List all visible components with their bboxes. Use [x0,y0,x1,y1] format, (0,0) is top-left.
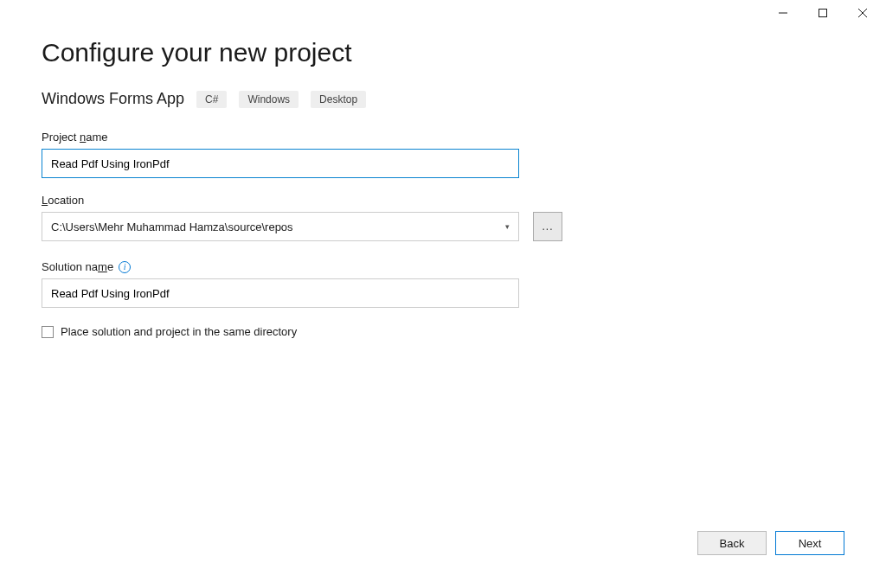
next-button[interactable]: Next [775,531,844,555]
info-icon[interactable]: i [119,261,131,273]
template-summary: Windows Forms App C# Windows Desktop [42,90,844,108]
minimize-icon [778,8,788,18]
tag-desktop: Desktop [311,91,366,108]
page-title: Configure your new project [42,38,844,67]
browse-button[interactable]: ... [533,212,562,241]
back-button[interactable]: Back [697,531,767,555]
project-name-label: Project name [42,131,844,144]
template-name: Windows Forms App [42,90,184,108]
maximize-button[interactable] [815,5,831,21]
maximize-icon [818,8,828,18]
same-directory-row[interactable]: Place solution and project in the same d… [42,325,844,338]
close-icon [857,8,868,18]
project-name-input[interactable] [42,149,519,178]
chevron-down-icon: ▾ [505,222,510,231]
solution-name-input[interactable] [42,278,519,308]
same-directory-checkbox[interactable] [42,326,54,338]
location-label: Location [42,194,844,207]
close-button[interactable] [855,5,870,21]
location-value: C:\Users\Mehr Muhammad Hamza\source\repo… [51,220,293,233]
location-combo[interactable]: C:\Users\Mehr Muhammad Hamza\source\repo… [42,212,519,241]
tag-windows: Windows [239,91,299,108]
wizard-footer: Back Next [697,531,844,555]
solution-name-label: Solution name i [42,260,844,273]
ellipsis-icon: ... [542,220,553,233]
svg-rect-1 [819,10,827,17]
window-controls [775,0,886,26]
same-directory-label: Place solution and project in the same d… [61,325,297,338]
minimize-button[interactable] [775,5,791,21]
tag-csharp: C# [196,91,227,108]
